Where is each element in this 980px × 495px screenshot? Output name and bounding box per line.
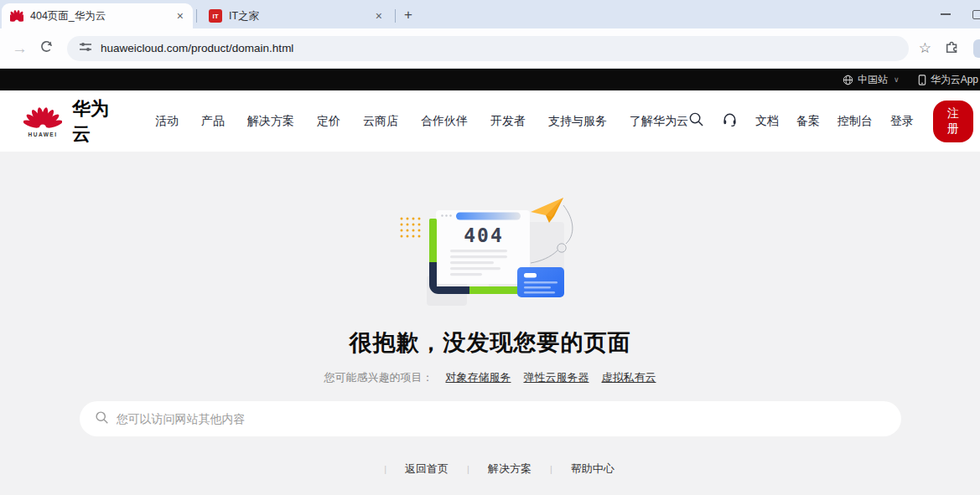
blue-card [517,267,564,297]
site-title: 华为云 [72,96,120,147]
nav-utility-items: 文档备案控制台登录 [755,114,914,129]
reload-icon[interactable] [39,39,54,57]
forward-icon[interactable]: → [5,39,34,58]
suggest-link[interactable]: 对象存储服务 [446,370,511,385]
window-controls [941,0,980,28]
globe-icon [843,75,853,85]
bookmark-star-icon[interactable]: ☆ [919,39,931,57]
nav-item[interactable]: 开发者 [490,114,526,129]
error-page-main: 404 很抱歉，没发现您要的页面 [0,152,980,495]
footer-link[interactable]: 返回首页 [366,461,449,477]
primary-nav: 活动产品解决方案定价云商店合作伙伴开发者支持与服务了解华为云 [155,114,688,129]
address-bar[interactable]: huaweicloud.com/product/domain.html [67,36,909,61]
search-input[interactable] [117,412,886,425]
browser-tabstrip: 404页面_华为云 × IT IT之家 × + [0,0,980,28]
support-headset-icon[interactable] [722,111,738,131]
nav-utility-item[interactable]: 登录 [890,114,914,129]
nav-item[interactable]: 合作伙伴 [421,114,468,129]
nav-utility-item[interactable]: 文档 [755,114,779,129]
nav-item[interactable]: 定价 [317,114,340,129]
profile-avatar[interactable] [973,39,980,58]
nav-item[interactable]: 产品 [201,114,225,129]
brand-home-link[interactable]: HUAWEI 华为云 [23,96,120,147]
region-selector[interactable]: 中国站 ∨ [843,73,900,87]
browser-toolbar: → huaweicloud.com/product/domain.html ☆ [0,28,980,69]
app-download-link[interactable]: 华为云App [918,73,978,87]
site-utility-bar: 中国站 ∨ 华为云App [0,69,980,90]
site-navbar: HUAWEI 华为云 活动产品解决方案定价云商店合作伙伴开发者支持与服务了解华为… [0,90,980,152]
404-code-text: 404 [464,224,504,246]
tab-title: 404页面_华为云 [30,9,174,23]
suggest-link[interactable]: 弹性云服务器 [524,370,589,385]
nav-item[interactable]: 解决方案 [247,114,294,129]
nav-utility-item[interactable]: 控制台 [837,114,873,129]
tab-close-icon[interactable]: × [174,9,186,23]
dots-decoration [400,218,420,238]
error-heading: 很抱歉，没发现您要的页面 [350,327,631,358]
search-icon [95,410,109,428]
nav-item[interactable]: 云商店 [363,114,398,129]
suggest-prefix: 您可能感兴趣的项目： [324,370,433,385]
footer-links: 返回首页解决方案帮助中心 [366,461,614,477]
ithome-favicon-icon: IT [209,9,222,23]
extensions-icon[interactable] [945,39,960,58]
maximize-button[interactable] [972,10,980,19]
register-button[interactable]: 注册 [933,101,973,142]
nav-item[interactable]: 了解华为云 [630,114,688,129]
suggest-link[interactable]: 虚拟私有云 [602,370,656,385]
site-search-box[interactable] [80,401,901,436]
tab-title: IT之家 [229,9,373,23]
huawei-logo-icon [23,106,62,131]
nav-item[interactable]: 活动 [155,114,179,129]
window-card: 404 [436,210,530,284]
new-tab-button[interactable]: + [399,7,421,28]
url-text[interactable]: huaweicloud.com/product/domain.html [101,42,293,54]
tab-separator [395,9,396,23]
suggest-links: 对象存储服务弹性云服务器虚拟私有云 [446,370,656,385]
huawei-favicon-icon [10,9,23,23]
site-settings-icon[interactable] [79,40,92,57]
minimize-button[interactable] [941,13,951,15]
footer-link[interactable]: 解决方案 [449,461,531,477]
tab-ithome[interactable]: IT IT之家 × [200,3,391,28]
phone-icon [918,75,926,85]
green-bar-vertical [429,219,437,264]
chevron-down-icon: ∨ [894,75,900,84]
nav-item[interactable]: 支持与服务 [548,114,607,129]
suggested-links-row: 您可能感兴趣的项目： 对象存储服务弹性云服务器虚拟私有云 [324,370,656,385]
404-illustration: 404 [386,195,595,312]
tab-huawei-404[interactable]: 404页面_华为云 × [2,3,193,28]
search-icon[interactable] [688,111,704,131]
tab-separator [196,9,197,23]
tab-close-icon[interactable]: × [373,9,385,23]
huawei-wordmark: HUAWEI [29,131,58,137]
paper-plane-icon [531,198,563,223]
footer-link[interactable]: 帮助中心 [531,461,614,477]
nav-utility-item[interactable]: 备案 [796,114,820,129]
